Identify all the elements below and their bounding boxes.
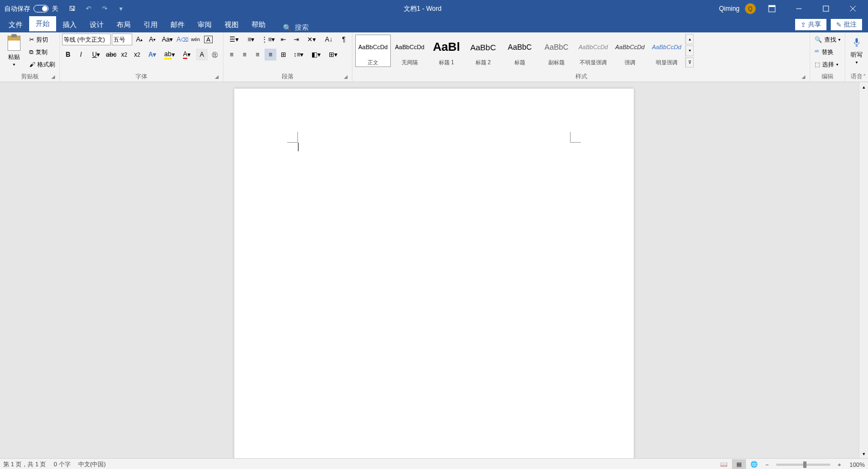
tab-layout[interactable]: 布局: [110, 17, 137, 32]
decrease-indent-button[interactable]: ⇤: [277, 34, 289, 45]
style-subtle-emphasis[interactable]: AaBbCcDd不明显强调: [575, 35, 611, 67]
tab-view[interactable]: 视图: [218, 17, 245, 32]
increase-indent-button[interactable]: ⇥: [290, 34, 302, 45]
tab-insert[interactable]: 插入: [56, 17, 83, 32]
style-emphasis[interactable]: AaBbCcDd强调: [612, 35, 648, 67]
clipboard-launcher[interactable]: ◢: [50, 74, 56, 81]
scroll-track[interactable]: [859, 91, 868, 449]
autosave-toggle[interactable]: 自动保存 关: [0, 4, 63, 14]
scroll-down-icon[interactable]: ▾: [859, 449, 868, 458]
undo-icon[interactable]: ↶: [82, 2, 95, 15]
style-subtitle[interactable]: AaBbC副标题: [539, 35, 574, 67]
tell-me-search[interactable]: 🔍 搜索: [283, 23, 309, 32]
user-avatar[interactable]: Q: [745, 3, 756, 14]
tab-home[interactable]: 开始: [29, 16, 56, 32]
minimize-icon[interactable]: [788, 0, 810, 17]
tab-file[interactable]: 文件: [2, 17, 29, 32]
borders-button[interactable]: ⊞▾: [325, 49, 341, 61]
paste-button[interactable]: 粘贴 ▾: [2, 34, 26, 68]
multilevel-list-button[interactable]: ⋮≡▾: [260, 34, 276, 45]
gallery-down-icon[interactable]: ▾: [686, 45, 694, 56]
character-border-button[interactable]: A: [202, 34, 214, 45]
toggle-switch[interactable]: [33, 5, 49, 12]
highlight-button[interactable]: ab▾: [161, 49, 178, 61]
print-layout-icon[interactable]: ▦: [732, 459, 746, 470]
find-button[interactable]: 🔍查找▾: [812, 34, 843, 45]
style-no-spacing[interactable]: AaBbCcDd无间隔: [392, 35, 428, 67]
copy-button[interactable]: ⧉复制: [27, 46, 57, 58]
distributed-button[interactable]: ⊞: [277, 49, 289, 61]
bold-button[interactable]: B: [62, 49, 74, 61]
style-normal[interactable]: AaBbCcDd正文: [355, 35, 391, 67]
italic-button[interactable]: I: [75, 49, 87, 61]
clear-formatting-button[interactable]: A⌫: [177, 34, 188, 45]
grow-font-button[interactable]: A▴: [133, 34, 145, 45]
align-center-button[interactable]: ≡: [239, 49, 250, 61]
save-icon[interactable]: 🖫: [66, 2, 79, 15]
style-intense-emphasis[interactable]: AaBbCcDd明显强调: [649, 35, 684, 67]
read-mode-icon[interactable]: 📖: [717, 459, 731, 470]
tab-help[interactable]: 帮助: [245, 17, 272, 32]
word-count[interactable]: 0 个字: [53, 460, 70, 468]
shrink-font-button[interactable]: A▾: [146, 34, 158, 45]
tab-references[interactable]: 引用: [137, 17, 164, 32]
select-button[interactable]: ⬚选择▾: [812, 58, 843, 70]
superscript-button[interactable]: x2: [131, 49, 143, 61]
scroll-up-icon[interactable]: ▴: [859, 82, 868, 91]
language[interactable]: 中文(中国): [78, 460, 106, 468]
font-color-button[interactable]: A▾: [179, 49, 195, 61]
zoom-out-button[interactable]: −: [762, 461, 772, 468]
font-size-combo[interactable]: [112, 34, 132, 45]
style-heading1[interactable]: AaBl标题 1: [429, 35, 464, 67]
dictate-button[interactable]: 听写 ▾: [847, 34, 866, 66]
paragraph-launcher[interactable]: ◢: [342, 74, 349, 81]
enclose-characters-button[interactable]: ㊟: [209, 49, 221, 61]
zoom-level[interactable]: 100%: [850, 461, 865, 468]
page[interactable]: [234, 89, 634, 458]
align-right-button[interactable]: ≡: [252, 49, 263, 61]
qat-customize-icon[interactable]: ▾: [114, 2, 127, 15]
gallery-up-icon[interactable]: ▴: [686, 34, 694, 44]
change-case-button[interactable]: Aa▾: [159, 34, 175, 45]
align-left-button[interactable]: ≡: [226, 49, 238, 61]
gallery-more-icon[interactable]: ⊽: [686, 57, 694, 68]
web-layout-icon[interactable]: 🌐: [747, 459, 761, 470]
subscript-button[interactable]: x2: [118, 49, 130, 61]
zoom-in-button[interactable]: +: [835, 461, 844, 468]
font-launcher[interactable]: ◢: [213, 74, 220, 81]
shading-button[interactable]: ◧▾: [308, 49, 324, 61]
collapse-ribbon-icon[interactable]: ˄: [863, 73, 866, 79]
vertical-scrollbar[interactable]: ▴ ▾: [859, 82, 868, 458]
share-button[interactable]: ⇪共享: [795, 18, 827, 31]
strikethrough-button[interactable]: abc: [105, 49, 117, 61]
asian-layout-button[interactable]: ✕▾: [303, 34, 320, 45]
zoom-slider[interactable]: [776, 464, 830, 466]
style-heading2[interactable]: AaBbC标题 2: [465, 35, 501, 67]
font-name-combo[interactable]: [62, 34, 111, 45]
page-number[interactable]: 第 1 页，共 1 页: [3, 460, 46, 468]
tab-review[interactable]: 审阅: [191, 17, 218, 32]
numbering-button[interactable]: ≡▾: [243, 34, 259, 45]
tab-mailings[interactable]: 邮件: [164, 17, 191, 32]
replace-button[interactable]: ᵃᵇ替换: [812, 46, 843, 58]
comments-button[interactable]: ✎批注: [830, 18, 863, 31]
character-shading-button[interactable]: A: [196, 49, 208, 61]
bullets-button[interactable]: ☰▾: [226, 34, 242, 45]
styles-launcher[interactable]: ◢: [800, 74, 806, 81]
underline-button[interactable]: U▾: [88, 49, 104, 61]
line-spacing-button[interactable]: ↕≡▾: [290, 49, 307, 61]
format-painter-button[interactable]: 🖌格式刷: [27, 58, 57, 70]
show-hide-button[interactable]: ¶: [338, 34, 350, 45]
style-title[interactable]: AaBbC标题: [502, 35, 538, 67]
justify-button[interactable]: ≡: [265, 49, 276, 61]
maximize-icon[interactable]: [815, 0, 837, 17]
ribbon-display-options-icon[interactable]: [761, 0, 783, 17]
redo-icon[interactable]: ↷: [98, 2, 111, 15]
document-area[interactable]: ▴ ▾: [0, 82, 868, 458]
sort-button[interactable]: A↓: [321, 34, 337, 45]
tab-design[interactable]: 设计: [83, 17, 110, 32]
phonetic-guide-button[interactable]: wén: [189, 34, 201, 45]
text-effects-button[interactable]: A▾: [144, 49, 160, 61]
cut-button[interactable]: ✂剪切: [27, 34, 57, 45]
close-icon[interactable]: [842, 0, 864, 17]
